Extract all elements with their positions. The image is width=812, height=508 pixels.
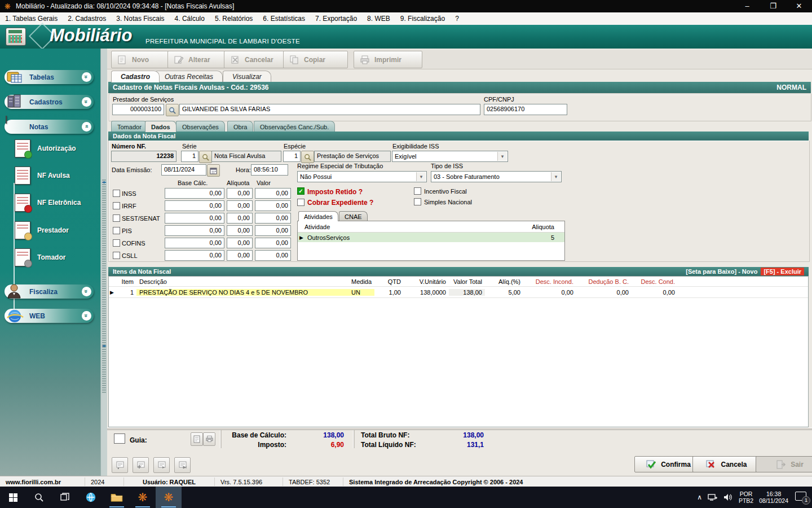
chevron-down-icon[interactable]: » — [82, 97, 91, 107]
taskbar-explorer-button[interactable] — [104, 487, 130, 508]
menu-cadastros[interactable]: 2. Cadastros — [63, 15, 111, 23]
inss-base-input[interactable]: 0,00 — [165, 188, 224, 199]
sair-button[interactable]: Sair — [756, 456, 812, 472]
copiar-button[interactable]: Copiar — [283, 51, 348, 68]
taskbar-app1-button[interactable]: ❋ — [130, 487, 156, 508]
tab-atividades[interactable]: Atividades — [298, 211, 338, 221]
volume-icon[interactable] — [723, 493, 733, 501]
sidebar-item-cadastros[interactable]: Cadastros » — [5, 95, 94, 109]
pis-checkbox[interactable] — [113, 227, 120, 234]
taskbar-app2-button[interactable]: ❋ — [156, 487, 182, 508]
sidebar-item-tomador[interactable]: Tomador — [15, 246, 98, 269]
clock[interactable]: 16:38 08/11/2024 — [759, 491, 788, 504]
tab-cadastro[interactable]: Cadastro — [111, 71, 160, 82]
menu-exportacao[interactable]: 7. Exportação — [310, 15, 362, 23]
tab-visualizar[interactable]: Visualizar — [223, 71, 271, 82]
menu-calculo[interactable]: 4. Cálculo — [170, 15, 210, 23]
numero-nf-input[interactable]: 12238 — [111, 151, 176, 162]
sidebar-item-tabelas[interactable]: Tabelas » — [5, 70, 94, 84]
irrf-valor-input[interactable]: 0,00 — [255, 200, 291, 211]
cofins-base-input[interactable]: 0,00 — [165, 238, 224, 248]
prestador-code-input[interactable]: 000003100 — [112, 104, 164, 115]
chevron-up-icon[interactable]: » — [82, 122, 91, 132]
nav-next-record-button[interactable] — [153, 457, 170, 473]
minimize-icon[interactable]: – — [734, 0, 760, 12]
inss-checkbox[interactable] — [113, 190, 120, 197]
restore-icon[interactable]: ❐ — [760, 0, 786, 12]
sidebar-item-notas[interactable]: Notas » — [5, 120, 94, 134]
tray-expand-icon[interactable]: ∧ — [697, 493, 702, 501]
cofins-valor-input[interactable]: 0,00 — [255, 238, 291, 248]
irrf-checkbox[interactable] — [113, 202, 120, 209]
tab-observacoes-canc-sub[interactable]: Observações Canc./Sub. — [254, 121, 335, 132]
sidebar-item-prestador[interactable]: Prestador — [15, 218, 98, 242]
taskbar-ie-button[interactable] — [78, 487, 104, 508]
tipo-iss-select[interactable]: 03 - Sobre Faturamento ▾ — [431, 171, 562, 182]
cobrar-expediente-checkbox[interactable] — [297, 199, 304, 206]
splitter-arrows-icon[interactable]: ◂▸ — [101, 179, 107, 185]
prestador-name-input[interactable]: GILVANEIDE DA SILVA FARIAS — [179, 104, 480, 115]
sest-senat-base-input[interactable]: 0,00 — [165, 213, 224, 224]
sidebar-item-fiscaliza[interactable]: Fiscaliza » — [5, 284, 94, 299]
tab-observacoes[interactable]: Observações — [176, 121, 225, 132]
incentivo-fiscal-checkbox[interactable] — [414, 187, 421, 195]
taskbar-search-button[interactable] — [26, 487, 52, 508]
simples-nacional-checkbox[interactable] — [414, 198, 421, 205]
notification-center-button[interactable]: 1 — [794, 492, 809, 503]
cancela-button[interactable]: Cancela — [692, 456, 761, 472]
cofins-aliquota-input[interactable]: 0,00 — [227, 238, 253, 248]
start-button[interactable] — [0, 487, 26, 508]
menu-relatorios[interactable]: 5. Relatórios — [210, 15, 258, 23]
especie-search-button[interactable] — [301, 151, 314, 163]
cpf-cnpj-input[interactable]: 02568906170 — [484, 104, 567, 115]
network-icon[interactable] — [708, 493, 718, 501]
guia-view-button[interactable] — [191, 432, 203, 446]
sest-senat-checkbox[interactable] — [113, 214, 120, 222]
cancelar-button[interactable]: Cancelar — [224, 51, 291, 68]
menu-help[interactable]: ? — [450, 15, 464, 23]
tab-dados[interactable]: Dados — [145, 121, 176, 132]
cofins-checkbox[interactable] — [113, 239, 120, 247]
prestador-search-button[interactable] — [166, 104, 179, 116]
menu-fiscalizacao[interactable]: 9. Fiscalização — [395, 15, 450, 23]
tab-tomador[interactable]: Tomador — [111, 121, 148, 132]
sest-senat-aliquota-input[interactable]: 0,00 — [227, 213, 253, 224]
csll-base-input[interactable]: 0,00 — [165, 250, 224, 261]
sest-senat-valor-input[interactable]: 0,00 — [255, 213, 291, 224]
inss-valor-input[interactable]: 0,00 — [255, 188, 291, 199]
menu-estatisticas[interactable]: 6. Estatísticas — [258, 15, 310, 23]
guia-checkbox[interactable] — [114, 433, 125, 444]
atividade-row[interactable]: ▶ OutrosServiços 5 — [298, 233, 564, 242]
csll-valor-input[interactable]: 0,00 — [255, 250, 291, 261]
splitter-arrows-icon[interactable]: ◂▸ — [101, 343, 107, 348]
task-view-button[interactable] — [52, 487, 78, 508]
tab-cnae[interactable]: CNAE — [339, 211, 368, 221]
regime-select[interactable]: Não Possui ▾ — [297, 171, 427, 182]
hora-input[interactable]: 08:56:10 — [251, 164, 288, 176]
serie-search-button[interactable] — [199, 151, 212, 163]
serie-input[interactable]: 1 — [181, 151, 198, 162]
chevron-down-icon[interactable]: » — [82, 72, 91, 82]
pis-base-input[interactable]: 0,00 — [165, 225, 224, 236]
imprimir-button[interactable]: Imprimir — [354, 51, 422, 68]
guia-print-button[interactable] — [203, 432, 215, 446]
menu-web[interactable]: 8. WEB — [362, 15, 395, 23]
sidebar-item-nf-avulsa[interactable]: NF Avulsa — [15, 164, 98, 187]
language-indicator[interactable]: POR PTB2 — [739, 491, 753, 504]
pis-valor-input[interactable]: 0,00 — [255, 225, 291, 236]
close-icon[interactable]: ✕ — [786, 0, 812, 12]
sidebar-item-nf-eletronica[interactable]: NF Eletrônica — [15, 191, 98, 214]
alterar-button[interactable]: Alterar — [167, 51, 232, 68]
sidebar-item-autorizacao[interactable]: Autorização — [15, 137, 98, 160]
menu-tabelas-gerais[interactable]: 1. Tabelas Gerais — [0, 15, 63, 23]
calendar-button[interactable] — [207, 164, 220, 177]
csll-aliquota-input[interactable]: 0,00 — [227, 250, 253, 261]
irrf-aliquota-input[interactable]: 0,00 — [227, 200, 253, 211]
imposto-retido-checkbox[interactable]: ✓ — [297, 187, 304, 195]
tab-outras-receitas[interactable]: Outras Receitas — [155, 71, 223, 82]
chevron-down-icon[interactable]: » — [82, 287, 91, 296]
pis-aliquota-input[interactable]: 0,00 — [227, 225, 253, 236]
item-row[interactable]: ▶ 1 PRESTAÇÃO DE SERVIÇO NO DIAS 4 e 5 D… — [109, 287, 808, 298]
csll-checkbox[interactable] — [113, 252, 120, 259]
sidebar-item-web[interactable]: WEB » — [5, 309, 94, 323]
